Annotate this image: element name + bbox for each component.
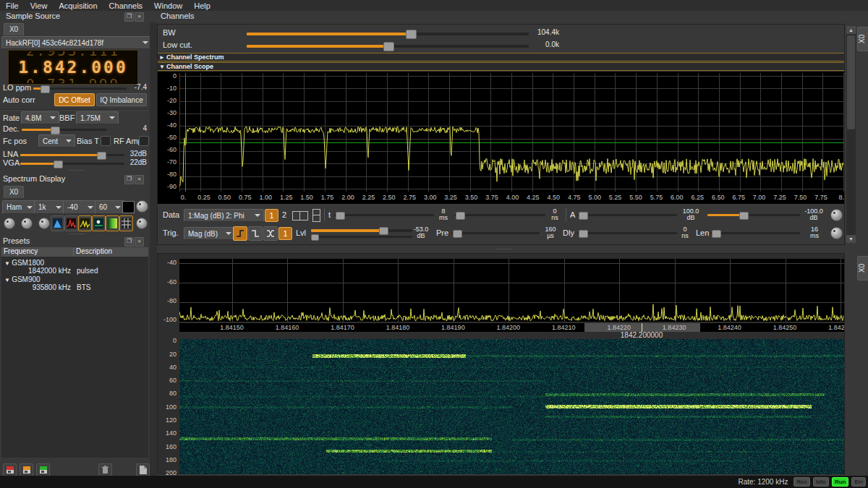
vga-slider-handle[interactable] [54,160,63,168]
dial-knob[interactable] [136,200,148,213]
spectrum-display-tab[interactable]: X0 [4,186,24,198]
ref-level-select[interactable]: -40 [63,200,97,214]
dial-knob[interactable] [136,218,148,229]
trig-edge-rising-icon[interactable] [233,226,247,241]
frequency-column-header[interactable]: Frequency [4,247,38,255]
lo-ppm-slider-handle[interactable] [41,85,50,93]
dial-knob[interactable] [4,218,15,229]
trig-edge-both-icon[interactable] [263,226,278,241]
waterfall-icon[interactable] [92,215,106,231]
max-hold-trace-icon[interactable] [64,215,78,231]
dec-slider-handle[interactable] [51,127,60,134]
pre-trigger-slider[interactable] [451,232,540,234]
trig-edge-falling-icon[interactable] [248,226,263,241]
amp-scale-handle[interactable] [579,212,588,220]
time-scale-handle[interactable] [336,212,345,220]
trig-level-fine-handle[interactable] [311,234,319,241]
preset-group[interactable]: ▼ GSM1800 [4,259,44,267]
length-slider[interactable] [710,232,800,234]
source-tab[interactable]: X0 [4,23,24,35]
menu-item[interactable]: Acquisition [53,1,103,10]
bbf-select[interactable]: 1.75M [76,111,119,124]
tree-expand-icon[interactable]: ▼ [4,277,12,283]
length-handle[interactable] [712,230,721,238]
preset-update-icon[interactable] [36,463,50,476]
time-offset-handle[interactable] [456,212,465,220]
current-trace-icon[interactable] [78,215,92,231]
data-trace-select[interactable]: 1:Mag (dB) 2: Phi [184,209,264,222]
menu-item[interactable]: View [25,1,54,10]
undock-icon[interactable]: ❐ [124,12,134,22]
trash-icon[interactable] [98,463,112,476]
rf-amp-checkbox[interactable] [139,136,149,146]
close-icon[interactable]: × [135,175,144,184]
menu-item[interactable]: Help [188,1,216,10]
span-select[interactable]: 1k [34,200,65,214]
menu-item[interactable]: Window [148,1,188,10]
range-select[interactable]: 60 [95,200,124,214]
tree-expand-icon[interactable]: ▼ [4,260,12,267]
channel-scope-section[interactable]: ▼Channel Scope [158,62,844,71]
time-scale-slider[interactable] [334,214,434,216]
dial-knob[interactable] [38,218,50,229]
undock-icon[interactable]: ❐ [124,237,134,247]
color-swatch[interactable] [122,201,135,213]
spectrogram-icon[interactable] [106,215,119,231]
presets-list[interactable]: ▼ GSM1800 1842000 kHz pulsed ▼ GSM900 93… [1,257,148,458]
scroll-up-icon[interactable]: ▲ [846,26,856,34]
preset-load-icon[interactable] [3,463,17,476]
preset-group[interactable]: ▼ GSM900 [4,275,41,283]
dial-knob[interactable] [21,218,33,229]
iq-imbalance-button[interactable]: IQ Imbalance [96,93,147,106]
dial-knob[interactable] [830,227,843,239]
dc-offset-button[interactable]: DC Offset [54,93,95,106]
scope-canvas[interactable] [179,73,844,192]
frequency-scale[interactable]: 1.841501.841601.841701.841801.841901.842… [179,323,844,332]
amp-scale-slider[interactable] [577,214,677,216]
channel-scrollbar[interactable]: ▲ ▼ [846,26,856,243]
main-spectrum-window-tab[interactable]: X0 [857,256,868,281]
resize-handle[interactable]: ······ [69,167,85,174]
bias-t-checkbox[interactable] [101,136,111,146]
trig-count-button[interactable]: 1 [278,227,292,240]
channel-spectrum-section[interactable]: ►Channel Spectrum [158,53,844,61]
undock-icon[interactable]: ❐ [124,175,134,184]
bw-slider-handle[interactable] [406,30,417,39]
resize-handle[interactable]: ······ [496,246,512,252]
trig-source-select[interactable]: Mag (dB) [184,227,235,240]
preset-frequency[interactable]: 935800 kHz [1,283,71,291]
device-select[interactable]: HackRF[0] 453c64c8214d178f [1,36,152,49]
menu-item[interactable]: File [0,1,25,10]
scrollbar-thumb[interactable] [847,35,855,129]
trig-level-coarse-handle[interactable] [379,227,388,235]
lna-slider-handle[interactable] [97,152,106,160]
channel-window-tab[interactable]: X0 [857,27,868,51]
pre-trigger-handle[interactable] [453,230,462,238]
units-select[interactable]: Ham [2,200,36,214]
close-icon[interactable]: × [135,237,144,247]
close-icon[interactable]: × [135,12,144,22]
file-icon[interactable] [136,463,150,476]
panes-horizontal-icon[interactable] [292,211,308,221]
trig-level-fine-slider[interactable] [311,236,412,238]
amp-offset-handle[interactable] [739,212,749,220]
histogram-icon[interactable] [51,215,64,231]
preset-description[interactable]: pulsed [77,267,98,275]
preset-save-icon[interactable] [20,463,33,476]
trace1-button[interactable]: 1 [265,209,278,222]
scroll-down-icon[interactable]: ▼ [846,235,856,243]
preset-description[interactable]: BTS [77,283,90,291]
panes-vertical-icon[interactable] [312,209,320,222]
low-cut-slider-handle[interactable] [383,42,394,51]
spectrum-canvas[interactable] [179,259,844,322]
resize-handle[interactable]: ······ [69,231,85,237]
time-offset-slider[interactable] [454,214,545,216]
frequency-display[interactable]: 2.953.111 1.842.000 0.731.999 [9,51,137,84]
menu-item[interactable]: Channels [103,1,148,10]
rate-select[interactable]: 4.8M [21,111,59,124]
description-column-header[interactable]: Description [76,247,112,255]
delay-slider[interactable] [577,232,677,234]
dial-knob[interactable] [830,209,843,221]
waterfall-canvas[interactable] [179,339,844,474]
grid-icon[interactable] [119,215,133,231]
